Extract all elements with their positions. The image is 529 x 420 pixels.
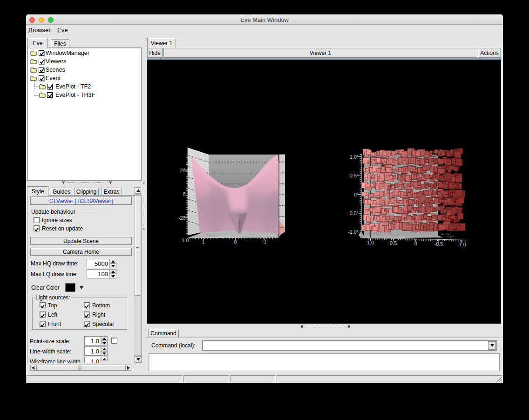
svg-text:-1.0: -1.0	[348, 229, 357, 235]
svg-text:0: 0	[183, 191, 186, 197]
svg-text:1.0: 1.0	[367, 240, 374, 245]
svg-text:0: 0	[414, 241, 417, 246]
svg-text:20: 20	[180, 168, 185, 173]
svg-text:-1: -1	[262, 239, 267, 245]
svg-text:-1.0: -1.0	[457, 242, 466, 247]
svg-text:1: 1	[202, 239, 204, 245]
svg-text:⋯¯˝⋯¯: ⋯¯˝⋯¯	[441, 232, 452, 236]
svg-text:-1.0: -1.0	[180, 237, 189, 243]
svg-text:0.5: 0.5	[350, 173, 357, 178]
svg-text:ˇ¯˙•ˇ¯: ˇ¯˙•ˇ¯	[446, 236, 454, 239]
svg-text:0: 0	[234, 239, 237, 245]
svg-text:0.5: 0.5	[390, 240, 397, 246]
svg-text:0: 0	[354, 192, 357, 197]
svg-text:-0.5: -0.5	[434, 241, 443, 247]
svg-text:1.0: 1.0	[350, 154, 357, 160]
svg-text:-0.5: -0.5	[348, 210, 357, 216]
svg-text:-20: -20	[178, 215, 186, 221]
